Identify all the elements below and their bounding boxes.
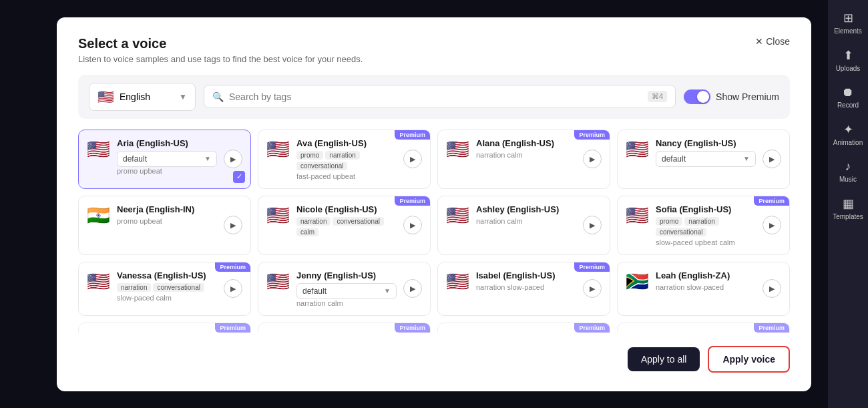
record-icon: ⏺ (842, 85, 854, 99)
play-button[interactable]: ▶ (583, 216, 602, 234)
dropdown-value: default (123, 154, 147, 164)
voice-card-jenny[interactable]: 🇺🇸Jenny (English-US) default ▼ narration… (258, 262, 431, 316)
voice-name: Ashley (English-US) (476, 204, 576, 214)
voice-name: Nancy (English-US) (656, 138, 756, 148)
sidebar-animation-label: Animation (833, 139, 863, 146)
sidebar-item-music[interactable]: ♪ Music (828, 154, 868, 188)
elements-icon: ⊞ (843, 11, 853, 25)
right-sidebar: ⊞ Elements ⬆ Uploads ⏺ Record ✦ Animatio… (828, 0, 868, 408)
voice-name: Leah (English-ZA) (656, 270, 756, 280)
uploads-icon: ⬆ (843, 48, 853, 63)
search-kbd: ⌘4 (648, 91, 667, 102)
search-input[interactable] (229, 91, 642, 102)
modal-title-area: Select a voice Listen to voice samples a… (78, 36, 363, 64)
voice-card-voice16[interactable]: Premium (617, 323, 790, 333)
apply-voice-button[interactable]: Apply voice (708, 346, 790, 373)
voice-card-voice13[interactable]: Premium (78, 323, 251, 333)
premium-toggle-wrap: Show Premium (684, 89, 779, 104)
sidebar-item-uploads[interactable]: ⬆ Uploads (828, 43, 868, 77)
sidebar-item-templates[interactable]: ▦ Templates (828, 191, 868, 226)
voice-tag: narration (296, 217, 331, 226)
play-button[interactable]: ▶ (763, 279, 781, 298)
voice-card-vanessa[interactable]: Premium🇺🇸Vanessa (English-US)narrationco… (78, 262, 251, 316)
dropdown-value: default (662, 154, 686, 164)
play-button[interactable]: ▶ (403, 216, 422, 234)
play-button[interactable]: ▶ (224, 150, 242, 168)
voice-flag: 🇺🇸 (266, 204, 290, 226)
voice-tag: conversational (333, 217, 383, 226)
sidebar-item-animation[interactable]: ✦ Animation (828, 117, 868, 152)
voice-info: Aria (English-US) default ▼ promo upbeat (117, 138, 217, 175)
premium-badge: Premium (574, 262, 610, 272)
voice-info: Alana (English-US)narration calm (476, 138, 576, 159)
voice-desc: promo upbeat (117, 167, 217, 175)
voice-desc: promo upbeat (117, 217, 217, 225)
voice-card-isabel[interactable]: Premium🇺🇸Isabel (English-US)narration sl… (437, 262, 610, 316)
voice-name: Vanessa (English-US) (117, 270, 217, 280)
voice-tag: calm (296, 228, 318, 236)
voice-flag: 🇿🇦 (626, 270, 649, 292)
play-button[interactable]: ▶ (224, 216, 242, 234)
premium-toggle[interactable] (684, 89, 710, 104)
voice-name: Nicole (English-US) (296, 204, 397, 214)
voice-card-neerja[interactable]: 🇮🇳Neerja (English-IN)promo upbeat▶ (78, 196, 251, 255)
voice-desc: slow-paced calm (117, 294, 217, 302)
premium-badge: Premium (395, 130, 430, 140)
voice-flag: 🇺🇸 (266, 138, 290, 160)
voice-info: Nicole (English-US)narrationconversation… (296, 204, 397, 238)
voice-card-nicole[interactable]: Premium🇺🇸Nicole (English-US)narrationcon… (258, 196, 431, 255)
voice-flag: 🇮🇳 (87, 204, 110, 226)
voice-style-dropdown[interactable]: default ▼ (656, 151, 756, 167)
premium-badge: Premium (215, 262, 250, 272)
close-label: Close (766, 36, 790, 47)
voice-flag: 🇺🇸 (446, 204, 469, 226)
voice-info: Isabel (English-US)narration slow-paced (476, 270, 576, 291)
controls-row: 🇺🇸 English ▼ 🔍 ⌘4 Show Premium (78, 75, 790, 119)
sidebar-item-record[interactable]: ⏺ Record (828, 80, 868, 114)
voice-desc: narration calm (476, 217, 576, 225)
sidebar-item-elements[interactable]: ⊞ Elements (828, 5, 868, 40)
voice-card-nancy[interactable]: 🇺🇸Nancy (English-US) default ▼ ▶ (617, 130, 790, 189)
tag-search-field[interactable]: 🔍 ⌘4 (204, 85, 676, 108)
voice-name: Alana (English-US) (476, 138, 576, 148)
voice-tags: promonarrationconversational (296, 151, 397, 170)
music-icon: ♪ (845, 160, 851, 174)
voice-card-voice15[interactable]: Premium (437, 323, 610, 333)
voice-card-ashley[interactable]: 🇺🇸Ashley (English-US)narration calm▶ (437, 196, 610, 255)
premium-badge: Premium (574, 130, 610, 140)
sidebar-music-label: Music (839, 176, 857, 183)
animation-icon: ✦ (843, 122, 853, 137)
voice-tag: conversational (296, 162, 347, 170)
play-button[interactable]: ▶ (583, 279, 602, 298)
modal-footer: Apply to all Apply voice (78, 343, 790, 373)
close-button[interactable]: ✕ Close (755, 36, 790, 47)
voice-tag: narration (117, 283, 151, 292)
sidebar-templates-label: Templates (833, 213, 863, 220)
voice-tag: narration (684, 217, 718, 226)
play-button[interactable]: ▶ (224, 279, 242, 298)
play-button[interactable]: ▶ (583, 150, 602, 168)
dropdown-chevron-icon: ▼ (204, 155, 211, 162)
voice-card-ava[interactable]: Premium🇺🇸Ava (English-US)promonarrationc… (258, 130, 431, 189)
voice-card-alana[interactable]: Premium🇺🇸Alana (English-US)narration cal… (437, 130, 610, 189)
select-voice-modal: Select a voice Listen to voice samples a… (57, 17, 811, 391)
voice-info: Sofia (English-US)promonarrationconversa… (656, 204, 756, 246)
language-selector[interactable]: 🇺🇸 English ▼ (89, 83, 196, 111)
voice-card-leah[interactable]: 🇿🇦Leah (English-ZA)narration slow-paced▶ (617, 262, 790, 316)
play-button[interactable]: ▶ (403, 150, 422, 168)
voice-flag: 🇺🇸 (626, 138, 649, 160)
voice-info: Nancy (English-US) default ▼ (656, 138, 756, 167)
premium-label: Show Premium (716, 91, 779, 102)
apply-to-all-button[interactable]: Apply to all (628, 347, 700, 371)
voice-card-aria[interactable]: 🇺🇸Aria (English-US) default ▼ promo upbe… (78, 130, 251, 189)
play-button[interactable]: ▶ (763, 216, 781, 234)
play-button[interactable]: ▶ (403, 279, 422, 298)
voice-flag: 🇺🇸 (626, 204, 649, 226)
voice-tag: conversational (656, 228, 706, 236)
voice-style-dropdown[interactable]: default ▼ (117, 151, 217, 167)
voice-name: Isabel (English-US) (476, 270, 576, 280)
voice-card-sofia[interactable]: Premium🇺🇸Sofia (English-US)promonarratio… (617, 196, 790, 255)
voice-card-voice14[interactable]: Premium (258, 323, 431, 333)
play-button[interactable]: ▶ (763, 150, 781, 168)
voice-style-dropdown[interactable]: default ▼ (296, 283, 397, 299)
